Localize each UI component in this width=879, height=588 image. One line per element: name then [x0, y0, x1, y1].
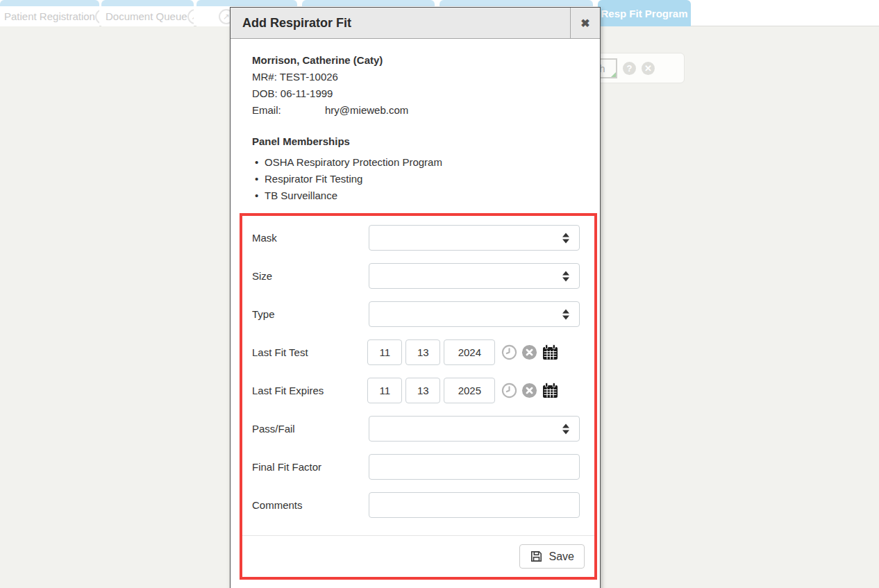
patient-dob: DOB: 06-11-1999 — [252, 85, 586, 102]
email-label: Email: — [252, 102, 325, 119]
last-fit-expires-row: Last Fit Expires — [252, 378, 594, 403]
email-value: hry@mieweb.com — [325, 104, 408, 116]
size-label: Size — [252, 270, 369, 282]
last-fit-expires-month-input[interactable] — [367, 378, 402, 403]
help-icon[interactable]: ? — [623, 62, 636, 75]
save-disk-icon — [530, 550, 543, 563]
last-fit-test-label: Last Fit Test — [252, 346, 367, 358]
clock-icon — [501, 383, 517, 398]
x-circle-icon — [521, 383, 537, 398]
last-fit-test-year-input[interactable] — [444, 339, 495, 365]
select-arrows-icon — [562, 423, 569, 434]
tab-top-strip — [0, 0, 99, 6]
final-fit-factor-label: Final Fit Factor — [252, 461, 369, 473]
patient-mr: MR#: TEST-10026 — [252, 69, 586, 85]
resize-handle[interactable] — [611, 72, 616, 77]
list-item: OSHA Respiratory Protection Program — [252, 154, 586, 171]
mask-row: Mask — [252, 225, 594, 251]
tab-top-strip — [196, 0, 297, 6]
external-link-icon[interactable]: ↗ — [187, 9, 194, 24]
comments-row: Comments — [252, 492, 594, 518]
panel-memberships-list: OSHA Respiratory Protection Program Resp… — [252, 154, 586, 204]
tab-patient-registration[interactable]: Patient Registration ↗ — [0, 0, 99, 26]
list-item: TB Surveillance — [252, 187, 586, 204]
clear-icon[interactable]: ✕ — [642, 62, 655, 75]
list-item: Respirator Fit Testing — [252, 171, 586, 187]
dialog-title: Add Respirator Fit — [231, 8, 570, 38]
type-select[interactable] — [369, 301, 580, 327]
select-arrows-icon — [562, 233, 569, 243]
final-fit-factor-input[interactable] — [369, 454, 580, 480]
calendar-picker-button[interactable] — [542, 344, 559, 361]
size-row: Size — [252, 263, 594, 289]
last-fit-expires-label: Last Fit Expires — [252, 385, 367, 396]
tab-label: Resp Fit Program — [601, 8, 687, 19]
pass-fail-select[interactable] — [369, 416, 580, 442]
calendar-icon — [542, 344, 559, 361]
dialog-header: Add Respirator Fit ✖ — [231, 8, 600, 39]
mask-label: Mask — [252, 232, 369, 244]
last-fit-expires-year-input[interactable] — [444, 378, 495, 403]
tab-document-queue[interactable]: Document Queue ↗ — [101, 0, 194, 26]
pass-fail-row: Pass/Fail — [252, 416, 594, 442]
type-row: Type — [252, 301, 594, 327]
save-label: Save — [549, 551, 574, 563]
comments-label: Comments — [252, 499, 369, 511]
tab-top-strip — [440, 0, 593, 6]
close-button[interactable]: ✖ — [570, 8, 600, 38]
tab-top-strip — [302, 0, 435, 6]
size-select[interactable] — [369, 263, 580, 289]
x-circle-icon — [521, 344, 537, 360]
last-fit-test-row: Last Fit Test — [252, 339, 594, 365]
add-respirator-fit-dialog: Add Respirator Fit ✖ Morrison, Catherine… — [230, 7, 601, 588]
final-fit-factor-row: Final Fit Factor — [252, 454, 594, 480]
calendar-icon — [542, 383, 559, 399]
select-arrows-icon — [562, 309, 569, 319]
clock-icon — [501, 344, 517, 360]
patient-name: Morrison, Catherine (Caty) — [252, 52, 586, 69]
calendar-picker-button[interactable] — [542, 383, 559, 399]
type-label: Type — [252, 308, 369, 320]
select-arrows-icon — [562, 271, 569, 281]
last-fit-expires-day-input[interactable] — [405, 378, 440, 403]
tab-top-strip — [101, 0, 194, 6]
time-now-button[interactable] — [501, 383, 517, 398]
pass-fail-label: Pass/Fail — [252, 423, 369, 435]
patient-email-row: Email:hry@mieweb.com — [252, 102, 586, 119]
close-icon: ✖ — [580, 17, 589, 30]
external-link-icon[interactable]: ↗ — [95, 9, 99, 24]
save-button[interactable]: Save — [519, 544, 585, 569]
tab-label: Patient Registration — [4, 10, 95, 22]
patient-info: Morrison, Catherine (Caty) MR#: TEST-100… — [231, 39, 600, 119]
dialog-footer: Save — [242, 535, 594, 577]
time-now-button[interactable] — [501, 344, 517, 360]
tab-label: Document Queue — [106, 10, 187, 22]
panel-memberships-heading: Panel Memberships — [252, 134, 586, 149]
tab-resp-fit-program[interactable]: Resp Fit Program — [598, 0, 691, 26]
clear-date-button[interactable] — [521, 344, 537, 360]
last-fit-test-month-input[interactable] — [367, 339, 402, 365]
comments-input[interactable] — [369, 492, 580, 518]
mask-select[interactable] — [369, 225, 580, 251]
highlight-border-form-section: Mask Size Type Last Fit Test — [240, 213, 597, 580]
clear-date-button[interactable] — [521, 383, 537, 398]
last-fit-test-day-input[interactable] — [405, 339, 440, 365]
